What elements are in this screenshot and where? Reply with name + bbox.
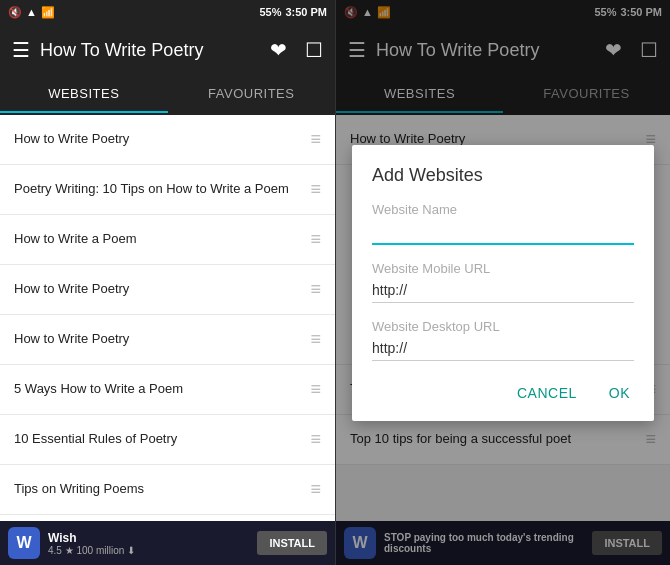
list-item-text: How to Write Poetry (14, 281, 302, 298)
list-item[interactable]: How to Write Poetry ≡ (0, 115, 335, 165)
modal-desktop-url-field: Website Desktop URL (372, 319, 634, 361)
modal-ok-button[interactable]: OK (605, 377, 634, 409)
modal-name-field: Website Name (372, 202, 634, 245)
list-item-menu-icon[interactable]: ≡ (310, 179, 321, 200)
modal-mobile-url-label: Website Mobile URL (372, 261, 634, 276)
left-phone-panel: 🔇 ▲ 📶 55% 3:50 PM ☰ How To Write Poetry … (0, 0, 335, 565)
list-item[interactable]: How to Write Poetry ≡ (0, 315, 335, 365)
modal-name-input[interactable] (372, 219, 634, 245)
modal-mobile-url-input[interactable] (372, 278, 634, 303)
left-add-icon[interactable]: ☐ (305, 38, 323, 62)
list-item-menu-icon[interactable]: ≡ (310, 279, 321, 300)
list-item-text: 5 Ways How to Write a Poem (14, 381, 302, 398)
list-item[interactable]: 5 Ways How to Write a Poem ≡ (0, 365, 335, 415)
left-website-list: How to Write Poetry ≡ Poetry Writing: 10… (0, 115, 335, 521)
list-item[interactable]: How to Write Poetry ≡ (0, 265, 335, 315)
left-battery-text: 55% (259, 6, 281, 18)
list-item-text: 10 Essential Rules of Poetry (14, 431, 302, 448)
list-item-menu-icon[interactable]: ≡ (310, 479, 321, 500)
left-share-icon[interactable]: ❤ (270, 38, 287, 62)
list-item[interactable]: 10 Essential Rules of Poetry ≡ (0, 415, 335, 465)
list-item-menu-icon[interactable]: ≡ (310, 129, 321, 150)
left-ad-banner: W Wish 4.5 ★ 100 million ⬇ INSTALL (0, 521, 335, 565)
left-status-bar: 🔇 ▲ 📶 55% 3:50 PM (0, 0, 335, 24)
left-ad-name: Wish (48, 531, 249, 545)
left-toolbar: ☰ How To Write Poetry ❤ ☐ (0, 24, 335, 76)
list-item-text: How to Write Poetry (14, 331, 302, 348)
list-item-menu-icon[interactable]: ≡ (310, 329, 321, 350)
left-wifi-icon: ▲ (26, 6, 37, 18)
left-sim-icon: 🔇 (8, 6, 22, 19)
modal-name-label: Website Name (372, 202, 634, 217)
list-item-text: How to Write a Poem (14, 231, 302, 248)
left-tab-websites[interactable]: Websites (0, 76, 168, 113)
list-item-text: Tips on Writing Poems (14, 481, 302, 498)
left-ad-info: Wish 4.5 ★ 100 million ⬇ (48, 531, 249, 556)
modal-actions: Cancel OK (372, 377, 634, 409)
modal-cancel-button[interactable]: Cancel (513, 377, 581, 409)
modal-mobile-url-field: Website Mobile URL (372, 261, 634, 303)
left-ad-logo-letter: W (16, 534, 31, 552)
modal-overlay: Add Websites Website Name Website Mobile… (336, 0, 670, 565)
list-item-menu-icon[interactable]: ≡ (310, 429, 321, 450)
left-ad-logo: W (8, 527, 40, 559)
left-signal-icon: 📶 (41, 6, 55, 19)
left-tab-favourites[interactable]: Favourites (168, 76, 336, 113)
left-status-icons: 🔇 ▲ 📶 (8, 6, 55, 19)
left-time: 3:50 PM (285, 6, 327, 18)
list-item-menu-icon[interactable]: ≡ (310, 379, 321, 400)
list-item[interactable]: How to Write a Poem ≡ (0, 215, 335, 265)
left-tabs: Websites Favourites (0, 76, 335, 115)
left-status-right: 55% 3:50 PM (259, 6, 327, 18)
add-websites-modal: Add Websites Website Name Website Mobile… (352, 145, 654, 421)
modal-desktop-url-label: Website Desktop URL (372, 319, 634, 334)
left-menu-icon[interactable]: ☰ (12, 38, 30, 62)
left-ad-rating: 4.5 ★ 100 million ⬇ (48, 545, 249, 556)
left-install-button[interactable]: INSTALL (257, 531, 327, 555)
list-item-text: How to Write Poetry (14, 131, 302, 148)
list-item-menu-icon[interactable]: ≡ (310, 229, 321, 250)
right-phone-panel: 🔇 ▲ 📶 55% 3:50 PM ☰ How To Write Poetry … (335, 0, 670, 565)
left-toolbar-title: How To Write Poetry (40, 40, 252, 61)
modal-desktop-url-input[interactable] (372, 336, 634, 361)
list-item[interactable]: Tips on Writing Poems ≡ (0, 465, 335, 515)
list-item[interactable]: Poetry Writing: 10 Tips on How to Write … (0, 165, 335, 215)
modal-title: Add Websites (372, 165, 634, 186)
list-item-text: Poetry Writing: 10 Tips on How to Write … (14, 181, 302, 198)
